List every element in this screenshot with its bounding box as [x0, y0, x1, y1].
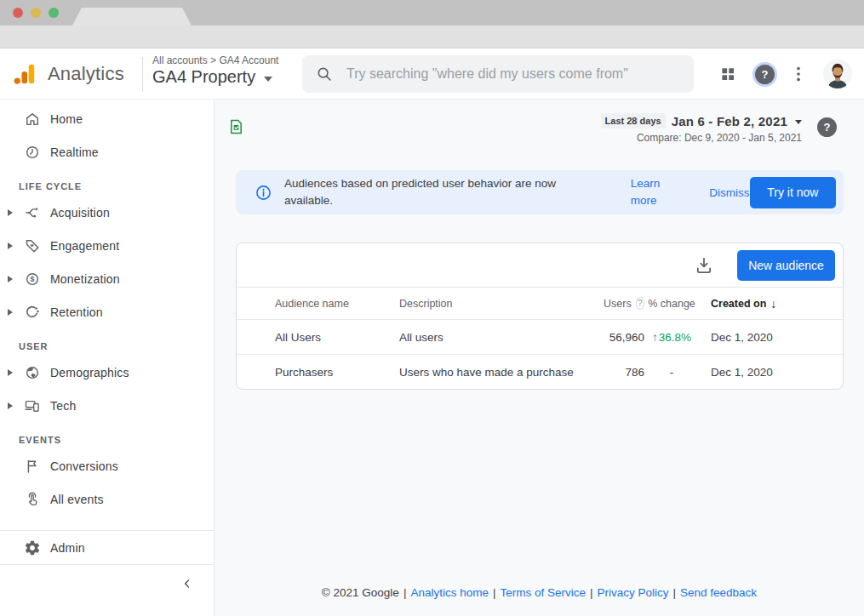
audience-name-cell[interactable]: All Users [275, 331, 399, 344]
sidebar-item-label: Tech [50, 399, 76, 413]
expand-arrow-icon[interactable] [8, 369, 13, 376]
description-cell: Users who have made a purchase [399, 366, 604, 379]
kebab-menu-icon[interactable] [792, 65, 804, 83]
home-icon [24, 111, 41, 128]
user-avatar[interactable] [823, 60, 852, 88]
search-input[interactable] [345, 66, 681, 83]
retention-magnet-icon [24, 304, 41, 321]
sidebar-section-events: EVENTS [0, 431, 214, 449]
screen: Analytics All accounts > GA4 Account GA4… [0, 0, 864, 616]
browser-address-bar[interactable] [0, 26, 864, 48]
sidebar: Home Realtime LIFE CYCLE Acquisition [0, 100, 215, 616]
data-status-check-icon[interactable] [227, 117, 245, 140]
close-window-button[interactable] [13, 8, 23, 18]
browser-tab[interactable] [72, 8, 192, 26]
footer-separator: | [403, 586, 407, 599]
sidebar-item-label: Conversions [50, 459, 118, 473]
change-cell: - [644, 366, 699, 379]
engagement-tag-icon [24, 237, 41, 254]
footer-link-feedback[interactable]: Send feedback [680, 586, 757, 599]
new-audience-button[interactable]: New audience [737, 250, 835, 281]
sidebar-item-acquisition[interactable]: Acquisition [0, 196, 214, 229]
audience-name-cell[interactable]: Purchasers [275, 366, 399, 379]
try-it-now-button[interactable]: Try it now [750, 177, 836, 208]
sidebar-item-label: Admin [50, 541, 85, 555]
help-icon[interactable]: ? [755, 65, 775, 84]
download-icon[interactable] [694, 255, 714, 276]
page-footer: © 2021 Google|Analytics home|Terms of Se… [215, 586, 864, 599]
header-divider [142, 57, 143, 92]
demographics-globe-icon [24, 364, 41, 381]
clock-icon [24, 144, 41, 161]
info-icon [255, 184, 272, 202]
created-on-cell: Dec 1, 2020 [699, 331, 826, 344]
svg-text:$: $ [30, 275, 34, 283]
sidebar-item-label: Engagement [50, 239, 119, 253]
dismiss-link[interactable]: Dismiss [709, 186, 749, 199]
footer-link-privacy[interactable]: Privacy Policy [598, 586, 669, 599]
users-help-icon[interactable]: ? [636, 297, 644, 310]
report-help-icon[interactable]: ? [817, 117, 837, 137]
sidebar-section-user: USER [0, 337, 214, 356]
window-titlebar [0, 0, 864, 26]
touch-icon [24, 491, 41, 508]
expand-arrow-icon[interactable] [8, 276, 13, 282]
sidebar-item-label: Home [50, 112, 83, 126]
property-name: GA4 Property [152, 67, 255, 87]
column-header-change[interactable]: % change [644, 298, 699, 310]
column-header-users[interactable]: Users ? [604, 297, 644, 310]
analytics-logo[interactable]: Analytics [12, 61, 124, 87]
date-range-value: Jan 6 - Feb 2, 2021 [672, 114, 787, 128]
minimize-window-button[interactable] [31, 8, 41, 18]
footer-link-terms[interactable]: Terms of Service [500, 586, 586, 599]
window-controls [13, 8, 59, 18]
sidebar-item-all-events[interactable]: All events [0, 482, 214, 516]
expand-arrow-icon[interactable] [8, 242, 13, 249]
collapse-sidebar-icon[interactable] [180, 576, 195, 595]
expand-arrow-icon[interactable] [8, 402, 13, 409]
column-header-audience-name[interactable]: Audience name [275, 298, 399, 310]
chevron-down-icon [795, 120, 802, 124]
maximize-window-button[interactable] [49, 8, 59, 18]
account-property-selector[interactable]: All accounts > GA4 Account GA4 Property [152, 54, 278, 87]
sidebar-item-label: Monetization [50, 272, 120, 286]
app-header: Analytics All accounts > GA4 Account GA4… [0, 48, 864, 100]
table-row[interactable]: Purchasers Users who have made a purchas… [237, 354, 843, 389]
expand-arrow-icon[interactable] [8, 309, 13, 316]
sidebar-item-label: Acquisition [50, 206, 110, 220]
sidebar-item-engagement[interactable]: Engagement [0, 229, 214, 262]
table-row[interactable]: All Users All users 56,960 ↑36.8% Dec 1,… [237, 319, 843, 354]
flag-icon [24, 458, 41, 475]
sidebar-item-demographics[interactable]: Demographics [0, 356, 214, 389]
sidebar-item-label: Realtime [50, 145, 99, 159]
main-content: Last 28 days Jan 6 - Feb 2, 2021 Compare… [215, 100, 864, 616]
date-compare-value: Compare: Dec 9, 2020 - Jan 5, 2021 [601, 132, 802, 144]
sidebar-item-admin[interactable]: Admin [0, 531, 214, 564]
sidebar-item-conversions[interactable]: Conversions [0, 449, 214, 482]
footer-link-analytics-home[interactable]: Analytics home [410, 586, 489, 599]
footer-separator: | [673, 586, 677, 599]
column-header-created-on[interactable]: Created on ↓ [699, 297, 826, 311]
sidebar-item-tech[interactable]: Tech [0, 389, 214, 422]
sort-descending-icon: ↓ [770, 297, 776, 311]
sidebar-item-retention[interactable]: Retention [0, 295, 214, 328]
learn-more-link[interactable]: Learn more [631, 175, 675, 210]
description-cell: All users [399, 331, 604, 344]
date-range-selector[interactable]: Last 28 days Jan 6 - Feb 2, 2021 Compare… [601, 113, 802, 144]
apps-grid-icon[interactable] [719, 66, 736, 83]
expand-arrow-icon[interactable] [8, 209, 13, 216]
breadcrumb[interactable]: All accounts > GA4 Account [152, 54, 278, 66]
created-on-cell: Dec 1, 2020 [699, 366, 826, 379]
audiences-card: New audience Audience name Description U… [236, 242, 844, 390]
footer-separator: | [590, 586, 593, 599]
search-bar[interactable] [302, 55, 694, 93]
avatar-illustration [823, 60, 852, 88]
audiences-toolbar: New audience [237, 243, 843, 287]
footer-separator: | [493, 586, 496, 599]
analytics-logo-icon [12, 61, 37, 87]
column-header-description[interactable]: Description [399, 298, 604, 310]
copyright-text: © 2021 Google [322, 586, 399, 599]
sidebar-item-home[interactable]: Home [0, 102, 214, 135]
sidebar-item-monetization[interactable]: $ Monetization [0, 262, 214, 295]
sidebar-item-realtime[interactable]: Realtime [0, 135, 214, 168]
